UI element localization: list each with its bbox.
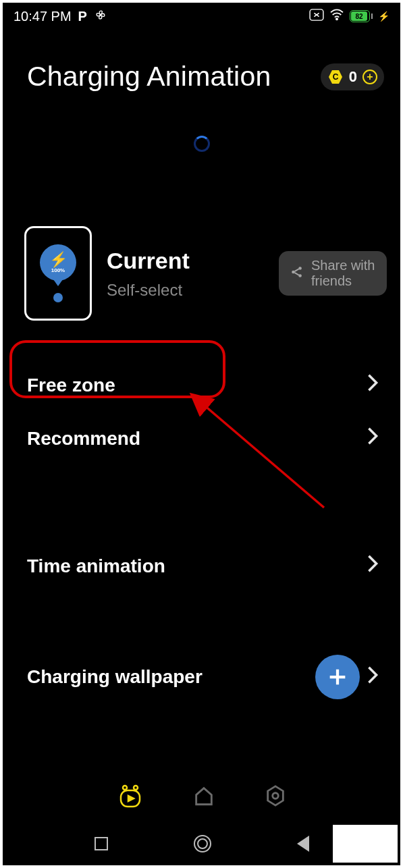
- bottom-tab-bar: [4, 771, 399, 823]
- tab-animations[interactable]: [117, 782, 144, 812]
- charging-icon: ⚡: [378, 11, 389, 22]
- current-title: Current: [107, 248, 264, 274]
- svg-marker-11: [267, 786, 283, 805]
- menu-item-charging-wallpaper[interactable]: Charging wallpaper: [23, 640, 383, 714]
- preview-bubble: ⚡ 100%: [40, 244, 76, 281]
- chevron-right-icon: [367, 554, 379, 578]
- menu-item-time-animation[interactable]: Time animation: [23, 539, 383, 593]
- svg-point-12: [272, 793, 278, 799]
- preview-dot: [53, 293, 63, 302]
- wifi-icon: [329, 9, 344, 24]
- coin-icon: C: [327, 69, 344, 85]
- nav-home[interactable]: [194, 835, 211, 852]
- nav-back[interactable]: [297, 836, 309, 852]
- status-bar: 10:47 PM P: [4, 4, 399, 28]
- preview-percent: 100%: [51, 267, 65, 273]
- nav-recents[interactable]: [95, 837, 108, 850]
- battery-icon: 82: [350, 10, 373, 22]
- add-coins-icon[interactable]: +: [362, 70, 377, 84]
- status-left: 10:47 PM P: [14, 8, 107, 25]
- menu-item-recommend[interactable]: Recommend: [23, 412, 383, 465]
- share-icon: [290, 265, 304, 283]
- page-title: Charging Animation: [27, 61, 271, 92]
- animation-preview[interactable]: ⚡ 100%: [24, 226, 92, 321]
- tab-settings[interactable]: [264, 784, 287, 810]
- battery-percent: 82: [351, 11, 367, 21]
- svg-point-1: [336, 18, 338, 20]
- chevron-right-icon: [367, 427, 379, 450]
- chevron-right-icon: [367, 666, 379, 689]
- share-label: Share with friends: [311, 258, 376, 289]
- menu-list: Free zone Recommend Time animation Charg…: [4, 321, 399, 714]
- menu-label: Charging wallpaper: [27, 666, 203, 688]
- screenshot-icon: [309, 9, 324, 24]
- chevron-right-icon: [367, 373, 379, 397]
- bolt-icon: ⚡: [49, 252, 68, 267]
- menu-label: Free zone: [27, 375, 115, 396]
- status-right: 82 ⚡: [309, 9, 389, 24]
- svg-marker-10: [128, 796, 134, 801]
- menu-label: Recommend: [27, 428, 140, 450]
- status-time: 10:47 PM: [14, 9, 72, 24]
- fan-icon: [94, 8, 107, 25]
- tab-home[interactable]: [192, 784, 215, 810]
- loading-spinner: [194, 136, 210, 152]
- current-subtitle: Self-select: [107, 281, 264, 300]
- menu-item-free-zone[interactable]: Free zone: [23, 358, 383, 412]
- svg-point-7: [123, 786, 127, 790]
- current-text: Current Self-select: [107, 248, 264, 300]
- share-button[interactable]: Share with friends: [279, 251, 387, 296]
- svg-text:C: C: [332, 72, 338, 82]
- current-animation-row: ⚡ 100% Current Self-select Share with fr…: [4, 152, 399, 321]
- svg-point-8: [134, 786, 138, 790]
- app-header: Charging Animation C 0 +: [4, 28, 399, 92]
- coin-count: 0: [349, 68, 357, 86]
- menu-label: Time animation: [27, 555, 165, 577]
- coin-balance-button[interactable]: C 0 +: [321, 63, 384, 90]
- white-patch: [333, 825, 398, 863]
- add-wallpaper-button[interactable]: [315, 655, 360, 699]
- p-icon: P: [78, 9, 87, 24]
- device-frame: 10:47 PM P: [3, 3, 400, 865]
